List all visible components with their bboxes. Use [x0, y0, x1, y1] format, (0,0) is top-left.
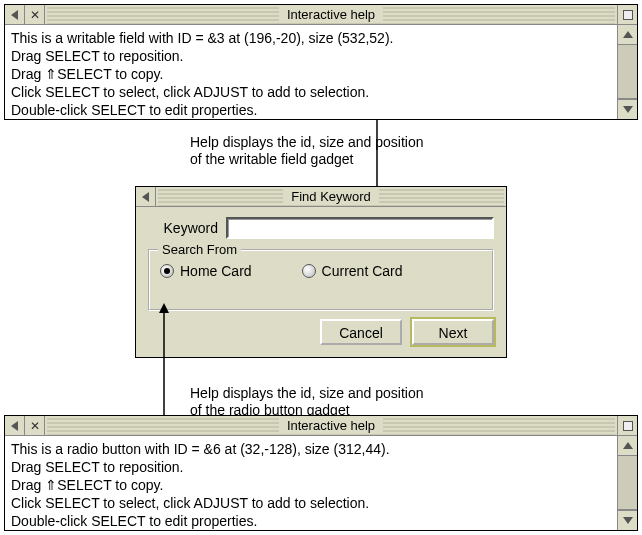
close-button[interactable]: ✕ [25, 416, 45, 435]
scrollbar[interactable] [617, 436, 637, 530]
scroll-track[interactable] [618, 456, 637, 510]
scroll-down-button[interactable] [618, 510, 637, 530]
help-window-2: ✕ Interactive help This is a radio butto… [4, 415, 638, 531]
titlebar[interactable]: ✕ Interactive help [5, 416, 637, 436]
back-button[interactable] [5, 416, 25, 435]
scroll-up-button[interactable] [618, 436, 637, 456]
up-icon [623, 442, 633, 449]
down-icon [623, 517, 633, 524]
close-icon: ✕ [30, 419, 40, 433]
back-icon [11, 421, 18, 431]
help-text: This is a radio button with ID = &6 at (… [5, 436, 617, 534]
svg-marker-3 [159, 303, 169, 313]
toggle-button[interactable] [617, 416, 637, 435]
toggle-icon [623, 421, 633, 431]
